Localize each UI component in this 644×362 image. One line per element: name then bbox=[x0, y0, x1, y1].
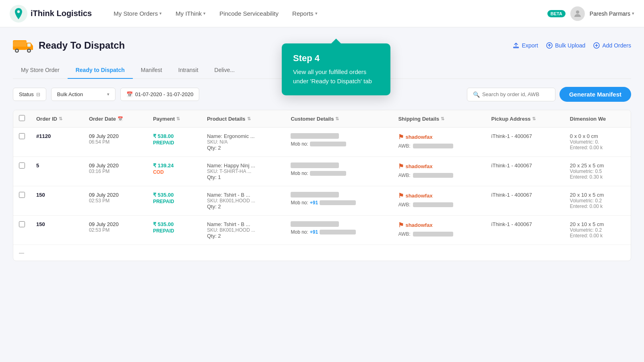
dimension-ent-cell: Entered: 0.00 k bbox=[570, 145, 625, 150]
tab-my-store-order[interactable]: My Store Order bbox=[13, 62, 68, 79]
payment-amount-cell: ₹ 535.00 bbox=[153, 221, 196, 227]
product-name-cell: Name: Happy Ninj ... bbox=[207, 162, 279, 169]
awb-value-blur bbox=[413, 173, 453, 178]
generate-manifest-button[interactable]: Generate Manifest bbox=[559, 87, 631, 102]
product-sku-cell: SKU: BK001,HOOD ... bbox=[207, 227, 279, 233]
order-time-cell: 02:53 PM bbox=[89, 198, 142, 204]
row-checkbox-0[interactable] bbox=[19, 133, 25, 139]
tab-ready-to-dispatch[interactable]: Ready to Dispatch bbox=[68, 62, 133, 79]
customer-mob-row: Mob no: +91 bbox=[291, 229, 387, 235]
payment-amount-cell: ₹ 139.24 bbox=[153, 162, 196, 169]
order-time-cell: 03:16 PM bbox=[89, 169, 142, 174]
mob-label: Mob no: bbox=[291, 171, 308, 176]
awb-value-blur bbox=[413, 144, 453, 148]
table-row: 150 09 July 2020 02:53 PM ₹ 535.00 PREPA… bbox=[13, 216, 631, 245]
truck-icon bbox=[13, 37, 34, 54]
tab-intransit[interactable]: Intransit bbox=[170, 62, 206, 79]
product-sku-cell: SKU: T-SHIRT-HA ... bbox=[207, 169, 279, 174]
dimension-ent-cell: Entered: 0.00 k bbox=[570, 204, 625, 209]
search-input[interactable] bbox=[482, 91, 547, 97]
pagination-indicator: — bbox=[19, 250, 24, 256]
bulk-upload-button[interactable]: Bulk Upload bbox=[546, 42, 586, 49]
chevron-down-icon: ▾ bbox=[159, 11, 162, 16]
search-box[interactable]: 🔍 bbox=[467, 88, 555, 101]
shadowfax-label: shadowfax bbox=[405, 163, 432, 169]
mob-label: Mob no: bbox=[291, 229, 308, 235]
bulk-action-button[interactable]: Bulk Action ▾ bbox=[51, 88, 116, 101]
mob-prefix: +91 bbox=[310, 200, 318, 206]
status-filter-button[interactable]: Status ⊟ bbox=[13, 88, 46, 101]
sort-icon: ⇅ bbox=[441, 116, 444, 121]
select-all-checkbox[interactable] bbox=[19, 115, 25, 121]
user-name[interactable]: Paresh Parmars ▾ bbox=[590, 10, 634, 17]
header-actions: Export Bulk Upload Add Orders bbox=[513, 42, 631, 49]
table-row: 150 09 July 2020 02:53 PM ₹ 535.00 PREPA… bbox=[13, 186, 631, 216]
awb-value-blur bbox=[413, 202, 453, 207]
awb-label: AWB: bbox=[398, 173, 410, 178]
sort-icon: ⇅ bbox=[335, 116, 339, 121]
table-row: #1120 09 July 2020 06:54 PM ₹ 538.00 PRE… bbox=[13, 128, 631, 157]
dimension-ent-cell: Entered: 0.00 k bbox=[570, 233, 625, 239]
pickup-address-cell: iThink-1 - 400067 bbox=[491, 133, 559, 139]
date-range-filter[interactable]: 📅 01-07-2020 - 31-07-2020 bbox=[120, 88, 200, 101]
tab-delivered[interactable]: Delive... bbox=[206, 62, 243, 79]
awb-row: AWB: bbox=[398, 143, 480, 149]
awb-label: AWB: bbox=[398, 231, 410, 237]
tab-manifest[interactable]: Manifest bbox=[133, 62, 170, 79]
row-checkbox-3[interactable] bbox=[19, 221, 25, 227]
product-name-cell: Name: Ergonomic ... bbox=[207, 133, 279, 139]
export-button[interactable]: Export bbox=[513, 42, 538, 49]
nav-my-ithink[interactable]: My IThink ▾ bbox=[170, 7, 211, 20]
order-date-cell: 09 July 2020 bbox=[89, 162, 142, 169]
row-checkbox-1[interactable] bbox=[19, 162, 25, 169]
pagination-row: — bbox=[13, 245, 631, 261]
logo-icon bbox=[10, 5, 27, 23]
nav-pincode[interactable]: Pincode Serviceability bbox=[214, 7, 284, 20]
nav-my-store-orders[interactable]: My Store Orders ▾ bbox=[108, 7, 167, 20]
tooltip-tail bbox=[331, 39, 341, 43]
product-name-cell: Name: Tshirt - B ... bbox=[207, 192, 279, 198]
search-icon: 🔍 bbox=[473, 91, 480, 98]
order-id-cell: 150 bbox=[36, 221, 45, 227]
shadowfax-label: shadowfax bbox=[405, 193, 432, 199]
orders-table: Order ID⇅ Order Date📅 Payment⇅ Product D… bbox=[13, 110, 631, 245]
customer-mob-row: Mob no: bbox=[291, 171, 387, 176]
svg-rect-3 bbox=[13, 41, 27, 47]
product-qty-cell: Qty: 2 bbox=[207, 204, 279, 210]
svg-point-1 bbox=[576, 10, 579, 14]
order-time-cell: 02:53 PM bbox=[89, 227, 142, 233]
table-row: 5 09 July 2020 03:16 PM ₹ 139.24 COD Nam… bbox=[13, 157, 631, 186]
pickup-address-cell: iThink-1 - 400067 bbox=[491, 221, 559, 227]
sort-icon: ⇅ bbox=[532, 116, 536, 121]
nav-reports[interactable]: Reports ▾ bbox=[287, 7, 323, 20]
sort-icon: ⇅ bbox=[176, 116, 180, 121]
chevron-down-icon: ▾ bbox=[203, 11, 206, 16]
pickup-address-cell: iThink-1 - 400067 bbox=[491, 192, 559, 198]
row-checkbox-2[interactable] bbox=[19, 192, 25, 198]
awb-label: AWB: bbox=[398, 202, 410, 208]
sort-icon: ⇅ bbox=[59, 116, 62, 121]
add-orders-button[interactable]: Add Orders bbox=[593, 42, 631, 49]
dimension-vol-cell: Volumetric: 0.2 bbox=[570, 227, 625, 233]
product-name-cell: Name: Tshirt - B ... bbox=[207, 221, 279, 227]
logo-area: iThink Logistics bbox=[10, 5, 92, 23]
shipping-carrier-cell: ⚑ shadowfax bbox=[398, 221, 480, 229]
payment-amount-cell: ₹ 535.00 bbox=[153, 192, 196, 198]
mob-label: Mob no: bbox=[291, 200, 308, 206]
dimension-cell: 20 x 25 x 5 cm bbox=[570, 162, 625, 169]
page-title-area: Ready To Dispatch bbox=[13, 37, 125, 54]
product-sku-cell: SKU: N/A bbox=[207, 139, 279, 145]
payment-type-cell: PREPAID bbox=[153, 199, 196, 204]
sort-icon: ⇅ bbox=[247, 116, 251, 121]
payment-type-cell: PREPAID bbox=[153, 228, 196, 234]
product-sku-cell: SKU: BK001,HOOD ... bbox=[207, 198, 279, 204]
shadowfax-label: shadowfax bbox=[405, 222, 432, 228]
customer-name-blur bbox=[291, 133, 339, 139]
awb-row: AWB: bbox=[398, 202, 480, 208]
svg-point-6 bbox=[16, 50, 18, 52]
calendar-icon: 📅 bbox=[126, 91, 133, 97]
step4-tooltip: Step 4 View all your fulfilled orders un… bbox=[282, 43, 390, 95]
avatar bbox=[570, 6, 585, 21]
awb-label: AWB: bbox=[398, 143, 410, 149]
dimension-vol-cell: Volumetric: 0.2 bbox=[570, 198, 625, 204]
